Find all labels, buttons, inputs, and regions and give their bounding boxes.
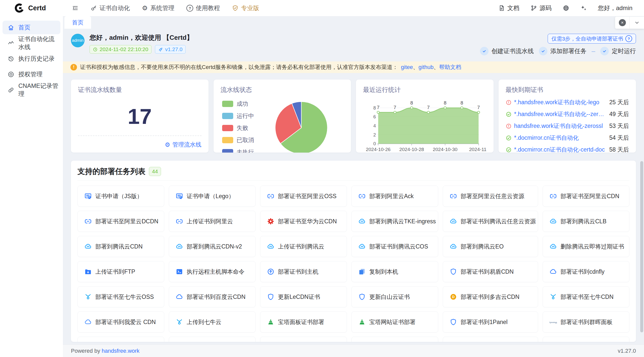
task-card-partial[interactable] bbox=[443, 337, 538, 342]
avatar[interactable]: admin bbox=[71, 34, 85, 47]
target-icon bbox=[8, 71, 14, 78]
scrollbar-thumb[interactable] bbox=[640, 161, 643, 332]
task-card[interactable]: 部署证书至阿里云OSS bbox=[260, 186, 347, 207]
task-card[interactable]: 部署证书到腾讯云任意云资源 bbox=[443, 211, 538, 232]
expiring-cert-link[interactable]: handsfree.work证书自动化-zerossl bbox=[514, 122, 606, 130]
app-logo[interactable]: Certd bbox=[0, 3, 63, 13]
legend-item[interactable]: 运行中 bbox=[222, 112, 254, 120]
header-user[interactable]: 您好，admin bbox=[598, 4, 632, 12]
nav-tutorial-label: 使用教程 bbox=[196, 4, 220, 12]
task-card[interactable]: 部署到腾讯云TKE-ingress bbox=[351, 211, 438, 232]
expiring-cert-link[interactable]: *.docmirror.cn证书自动化 bbox=[514, 134, 606, 142]
legend-item[interactable]: 未执行 bbox=[222, 148, 254, 153]
task-card[interactable]: 部署证书到百度云CDN bbox=[169, 286, 256, 307]
expiring-cert-days: 53 天后 bbox=[609, 122, 629, 130]
task-card[interactable]: 部署证书到易盾CDN bbox=[443, 261, 538, 282]
sidebar-item-auth[interactable]: 授权管理 bbox=[3, 67, 60, 81]
header-language[interactable] bbox=[563, 5, 569, 11]
task-card[interactable]: 部署证书到主机 bbox=[260, 261, 347, 282]
check-circle-icon bbox=[600, 47, 609, 55]
task-card[interactable]: 上传证书到阿里云 bbox=[169, 211, 256, 232]
version-badge[interactable]: v1.27.0 bbox=[155, 45, 186, 54]
tab-home[interactable]: 首页 bbox=[64, 16, 91, 29]
header-theme[interactable] bbox=[580, 5, 587, 11]
sidebar-item-pipelines[interactable]: 证书自动化流水线 bbox=[3, 36, 60, 50]
task-card[interactable]: 部署证书至华为云CDN bbox=[260, 211, 347, 232]
deploy-tasks-title: 支持的部署任务列表 bbox=[77, 166, 145, 177]
task-card-partial[interactable] bbox=[543, 337, 629, 342]
banner-link-gitee[interactable]: gitee bbox=[401, 64, 413, 70]
sidebar-item-history[interactable]: 执行历史记录 bbox=[3, 52, 60, 65]
header-docs[interactable]: 文档 bbox=[498, 4, 519, 12]
task-card[interactable]: 删除腾讯云即将过期证书 bbox=[543, 236, 629, 257]
header-source[interactable]: 源码 bbox=[531, 4, 552, 12]
task-card[interactable]: 部署证书至七牛CDN bbox=[543, 286, 629, 307]
task-card[interactable]: 部署证书至七牛云OSS bbox=[77, 286, 164, 307]
manage-pipelines-label: 管理流水线 bbox=[173, 141, 202, 149]
welcome-left: admin 您好，admin，欢迎使用 【Certd】 2024-11-02 2… bbox=[71, 33, 193, 54]
task-card[interactable]: 宝塔面板证书部署 bbox=[260, 311, 347, 333]
task-card[interactable]: 部署到腾讯云CLB bbox=[543, 211, 629, 232]
task-card[interactable]: 更新白山云证书 bbox=[351, 286, 438, 307]
task-card[interactable]: 复制到本机 bbox=[351, 261, 438, 282]
task-card[interactable]: 部署到腾讯云CDN bbox=[77, 236, 164, 257]
task-card[interactable]: 上传到七牛云 bbox=[169, 311, 256, 333]
nav-pro-edition[interactable]: 专业版 bbox=[232, 4, 259, 12]
nav-collapse[interactable] bbox=[72, 5, 78, 11]
legend-item[interactable]: 已取消 bbox=[222, 136, 254, 144]
task-card[interactable]: 部署证书到cdnfly bbox=[543, 261, 629, 282]
task-card[interactable]: 部署到阿里云Ack bbox=[351, 186, 438, 207]
legend-item[interactable]: 失败 bbox=[222, 124, 254, 132]
steps-row: 创建证书流水线添加部署任务–定时运行 bbox=[480, 47, 636, 55]
legend-item[interactable]: 成功 bbox=[222, 100, 254, 108]
onboarding-step[interactable]: 添加部署任务 bbox=[539, 47, 587, 55]
nav-system-management[interactable]: ⚙系统管理 bbox=[142, 4, 174, 12]
task-card[interactable]: D部署证书到多吉云CDN bbox=[443, 286, 538, 307]
task-card[interactable]: 部署证书至阿里云CDN bbox=[543, 186, 629, 207]
task-card[interactable]: 上传证书到腾讯云 bbox=[260, 236, 347, 257]
task-card[interactable]: 上传证书到FTP bbox=[77, 261, 164, 282]
task-card[interactable]: 更新LeCDN证书 bbox=[260, 286, 347, 307]
task-card[interactable]: 部署证书到我爱云 CDN bbox=[77, 311, 164, 333]
current-time: 2024-11-02 22:10:20 bbox=[100, 46, 148, 52]
expiring-cert-link[interactable]: *.handsfree.work证书自动化--zerossl bbox=[514, 110, 606, 118]
handsfree-link[interactable]: handsfree.work bbox=[102, 348, 139, 354]
expiring-cert-link[interactable]: *.handsfree.work证书自动化-lego bbox=[514, 98, 606, 106]
expiring-cert-link[interactable]: *.docmirror.cn证书自动化-certd-doc bbox=[514, 146, 606, 153]
task-card-label: 更新LeCDN证书 bbox=[278, 293, 322, 301]
tab-menu-button[interactable] bbox=[629, 17, 644, 29]
task-card[interactable]: 执行远程主机脚本命令 bbox=[169, 261, 256, 282]
task-card[interactable]: 部署到腾讯云EO bbox=[443, 236, 538, 257]
task-card-partial[interactable] bbox=[169, 337, 256, 342]
synology-icon: Synology bbox=[549, 318, 557, 326]
onboarding-step[interactable]: 创建证书流水线 bbox=[480, 47, 534, 55]
task-card[interactable]: 部署证书到1Panel bbox=[443, 311, 538, 333]
task-card-partial[interactable] bbox=[77, 337, 164, 342]
task-card[interactable]: 证书申请（JS版） bbox=[77, 186, 164, 207]
task-card[interactable]: 部署到腾讯云CDN-v2 bbox=[169, 236, 256, 257]
onboarding-step[interactable]: 定时运行 bbox=[600, 47, 636, 55]
shield-icon bbox=[450, 268, 457, 275]
task-card[interactable]: 部署证书到腾讯云COS bbox=[351, 236, 438, 257]
qiniu-icon bbox=[84, 293, 92, 301]
task-card[interactable]: 部署证书至阿里云DCDN bbox=[77, 211, 164, 232]
task-card[interactable]: 部署至阿里云任意云资源 bbox=[443, 186, 538, 207]
nav-cert-automation[interactable]: 证书自动化 bbox=[91, 4, 130, 12]
steps-hint-badge[interactable]: 仅需3步，全自动申请部署证书 ? bbox=[548, 34, 636, 44]
task-card-label: 部署到腾讯云CDN-v2 bbox=[187, 243, 244, 251]
banner-link-github[interactable]: github bbox=[419, 64, 434, 70]
task-card-partial[interactable] bbox=[260, 337, 347, 342]
tab-close-button[interactable]: ✕ bbox=[615, 17, 629, 29]
svg-text:2: 2 bbox=[373, 132, 376, 137]
header-user-label: 您好，admin bbox=[598, 4, 632, 12]
nav-tutorial[interactable]: ?使用教程 bbox=[186, 4, 220, 12]
task-card[interactable]: 证书申请（Lego） bbox=[169, 186, 256, 207]
banner-link-帮助文档[interactable]: 帮助文档 bbox=[439, 64, 461, 70]
sidebar-item-cname[interactable]: CNAME记录管理 bbox=[3, 83, 60, 97]
task-card[interactable]: 宝塔网站证书部署 bbox=[351, 311, 438, 333]
task-card[interactable]: Synology部署证书到群晖面板 bbox=[543, 311, 629, 333]
welcome-badges: 2024-11-02 22:10:20 v1.27.0 bbox=[90, 45, 193, 54]
manage-pipelines-link[interactable]: ⚙ 管理流水线 bbox=[165, 141, 202, 149]
task-card-partial[interactable] bbox=[351, 337, 438, 342]
sidebar-item-home[interactable]: 首页 bbox=[3, 21, 60, 34]
